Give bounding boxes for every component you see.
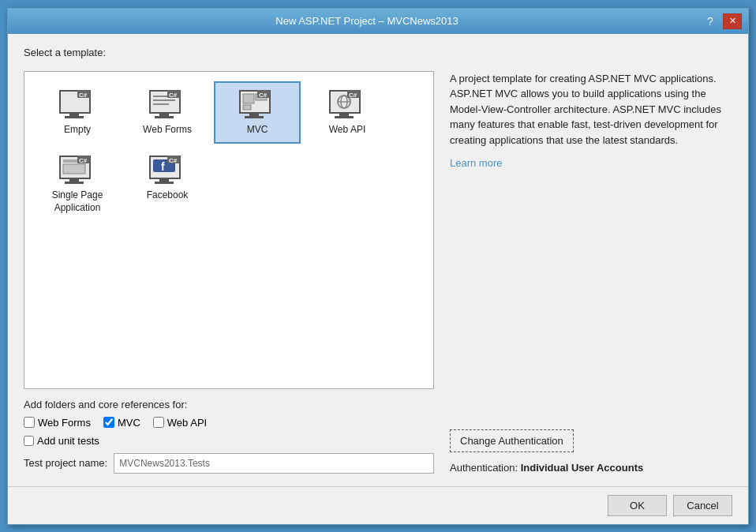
folders-title: Add folders and core references for: <box>24 399 434 410</box>
mvc-checkbox-label[interactable]: MVC <box>103 417 140 429</box>
svg-text:C#: C# <box>169 157 178 164</box>
checkboxes-row: Web Forms MVC Web API <box>24 417 434 429</box>
cancel-button[interactable]: Cancel <box>673 495 732 516</box>
webforms-checkbox-text: Web Forms <box>38 417 91 429</box>
template-icon-spa: C# <box>58 155 96 186</box>
test-name-label: Test project name: <box>24 457 107 469</box>
title-bar-controls: ? ✕ <box>701 13 742 29</box>
ok-button[interactable]: OK <box>608 495 667 516</box>
main-content: C# C# Empty <box>24 71 732 474</box>
svg-rect-11 <box>155 116 174 118</box>
template-item-webapi[interactable]: C# Web API <box>304 81 391 144</box>
help-button[interactable]: ? <box>701 13 720 29</box>
auth-label: Authentication: <box>450 462 518 474</box>
svg-rect-34 <box>65 182 84 184</box>
title-bar: New ASP.NET Project – MVCNews2013 ? ✕ <box>8 9 748 34</box>
svg-rect-19 <box>245 116 264 118</box>
webapi-checkbox-text: Web API <box>167 417 207 429</box>
learn-more-link[interactable]: Learn more <box>450 157 732 169</box>
test-name-row: Test project name: <box>24 453 434 474</box>
template-item-mvc[interactable]: C# MVC <box>214 81 301 144</box>
template-label-facebook: Facebook <box>147 189 189 202</box>
description-text: A project template for creating ASP.NET … <box>450 71 732 148</box>
svg-rect-2 <box>65 116 84 118</box>
change-auth-button[interactable]: Change Authentication <box>450 429 574 452</box>
webapi-checkbox-label[interactable]: Web API <box>153 417 207 429</box>
close-button[interactable]: ✕ <box>723 13 742 29</box>
webforms-checkbox-label[interactable]: Web Forms <box>24 417 91 429</box>
auth-value: Individual User Accounts <box>521 462 644 474</box>
template-item-empty[interactable]: C# C# Empty <box>34 81 121 144</box>
mvc-checkbox[interactable] <box>103 417 114 428</box>
template-label-empty: Empty <box>64 124 91 137</box>
mvc-checkbox-text: MVC <box>118 417 140 429</box>
template-item-facebook[interactable]: f C# Facebook <box>124 147 211 222</box>
webapi-checkbox[interactable] <box>153 417 164 428</box>
unit-tests-text: Add unit tests <box>37 435 99 447</box>
svg-rect-15 <box>243 94 254 103</box>
template-icon-webapi: C# <box>328 89 366 121</box>
auth-info: Authentication: Individual User Accounts <box>450 462 732 474</box>
svg-text:C#: C# <box>259 92 268 99</box>
unit-tests-label[interactable]: Add unit tests <box>24 435 434 447</box>
folders-section: Add folders and core references for: Web… <box>24 399 434 474</box>
template-label-webapi: Web API <box>329 124 365 137</box>
template-grid-container: C# C# Empty <box>24 71 434 389</box>
template-icon-webforms: C# <box>148 89 186 121</box>
template-item-webforms[interactable]: C# Web Forms <box>124 81 211 144</box>
template-label-spa: Single Page Application <box>42 189 113 214</box>
template-label-mvc: MVC <box>247 124 268 137</box>
template-grid: C# C# Empty <box>34 81 424 223</box>
svg-text:C#: C# <box>169 92 178 99</box>
svg-rect-9 <box>153 103 169 105</box>
svg-rect-17 <box>243 105 251 110</box>
template-label-webforms: Web Forms <box>143 124 192 137</box>
select-template-label: Select a template: <box>24 47 732 58</box>
template-icon-mvc: C# <box>238 89 276 121</box>
svg-rect-8 <box>153 99 175 101</box>
template-icon-facebook: f C# <box>148 155 186 186</box>
svg-text:C#: C# <box>79 157 88 164</box>
svg-rect-41 <box>155 182 174 184</box>
svg-rect-27 <box>335 116 354 118</box>
template-icon-empty: C# C# <box>58 89 96 121</box>
right-panel: A project template for creating ASP.NET … <box>447 71 732 474</box>
test-name-input[interactable] <box>114 453 434 474</box>
dialog-title: New ASP.NET Project – MVCNews2013 <box>33 15 701 27</box>
svg-text:C#: C# <box>349 92 357 99</box>
svg-rect-32 <box>63 164 85 174</box>
dialog-window: New ASP.NET Project – MVCNews2013 ? ✕ Se… <box>7 8 749 525</box>
unit-tests-checkbox[interactable] <box>24 436 34 446</box>
dialog-footer: OK Cancel <box>8 486 748 524</box>
svg-text:f: f <box>161 160 165 173</box>
dialog-body: Select a template: <box>8 34 748 486</box>
svg-text:C#: C# <box>79 92 88 99</box>
left-panel: C# C# Empty <box>24 71 434 474</box>
webforms-checkbox[interactable] <box>24 417 35 428</box>
template-item-spa[interactable]: C# Single Page Application <box>34 147 121 222</box>
